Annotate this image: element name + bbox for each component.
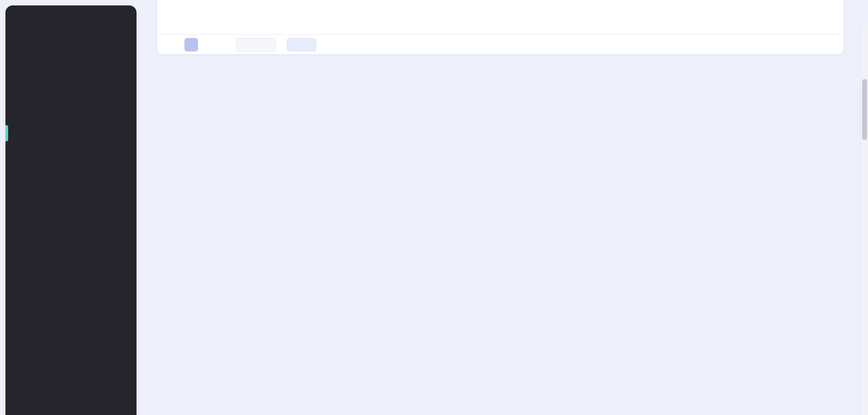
page-number-input[interactable] <box>236 38 276 51</box>
page-size-select[interactable] <box>287 38 316 51</box>
app-root <box>0 0 868 415</box>
vertical-scrollbar[interactable] <box>860 26 868 415</box>
current-page-button[interactable] <box>184 38 198 51</box>
pagination-bar <box>157 34 844 54</box>
table-filter-row <box>157 14 844 34</box>
first-page-button[interactable] <box>161 39 172 50</box>
scrollbar-thumb[interactable] <box>862 79 867 140</box>
table-header-row <box>157 0 844 14</box>
refresh-icon[interactable] <box>827 40 836 49</box>
collapse-chevron-icon <box>15 409 24 415</box>
menu-toggle-button[interactable] <box>5 405 137 415</box>
next-page-button[interactable] <box>200 39 211 50</box>
app-logo[interactable] <box>5 5 137 17</box>
active-item-indicator <box>5 125 8 141</box>
sidebar <box>5 5 137 415</box>
documents-table-card <box>157 0 844 54</box>
scroll-up-arrow-icon[interactable] <box>863 29 867 32</box>
last-page-button[interactable] <box>211 39 222 50</box>
prev-page-button[interactable] <box>172 39 183 50</box>
